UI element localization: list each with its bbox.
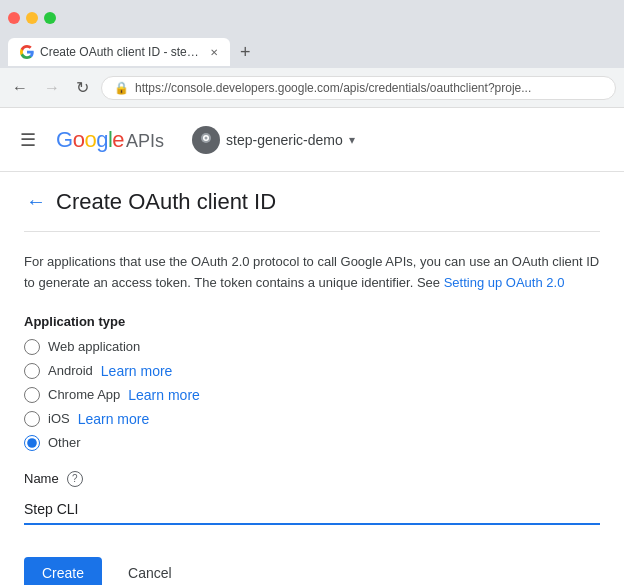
logo-g2: g xyxy=(96,127,108,152)
dropdown-icon: ▾ xyxy=(349,133,355,147)
android-learn-more-link[interactable]: Learn more xyxy=(101,363,173,379)
radio-chrome-app[interactable]: Chrome App Learn more xyxy=(24,387,600,403)
logo-o1: o xyxy=(73,127,85,152)
url-bar: ← → ↻ 🔒 https://console.developers.googl… xyxy=(0,68,624,108)
app-header: ☰ Google APIs step-generic-demo ▾ xyxy=(0,108,624,172)
project-name: step-generic-demo xyxy=(226,132,343,148)
tab-bar: Create OAuth client ID - step-d... ✕ + xyxy=(0,36,624,68)
ios-learn-more-link[interactable]: Learn more xyxy=(78,411,150,427)
application-type-group: Web application Android Learn more Chrom… xyxy=(24,339,600,451)
back-button[interactable]: ← xyxy=(24,188,48,215)
menu-button[interactable]: ☰ xyxy=(16,125,40,155)
page-title: Create OAuth client ID xyxy=(56,189,276,215)
back-arrow-icon: ← xyxy=(26,190,46,212)
url-input[interactable]: 🔒 https://console.developers.google.com/… xyxy=(101,76,616,100)
radio-chrome-label: Chrome App xyxy=(48,387,120,402)
project-selector[interactable]: step-generic-demo ▾ xyxy=(192,126,355,154)
lock-icon: 🔒 xyxy=(114,81,129,95)
cancel-button[interactable]: Cancel xyxy=(110,557,190,585)
back-nav-button[interactable]: ← xyxy=(8,77,32,99)
name-field-row: Name ? xyxy=(24,471,600,487)
maximize-button[interactable] xyxy=(44,12,56,24)
radio-android-input[interactable] xyxy=(24,363,40,379)
create-button[interactable]: Create xyxy=(24,557,102,585)
setting-link[interactable]: Setting up OAuth 2.0 xyxy=(444,275,565,290)
radio-other-label: Other xyxy=(48,435,81,450)
project-avatar-icon xyxy=(195,129,217,151)
chrome-learn-more-link[interactable]: Learn more xyxy=(128,387,200,403)
traffic-lights xyxy=(8,12,56,24)
refresh-button[interactable]: ↻ xyxy=(72,76,93,99)
google-logo: Google xyxy=(56,127,124,153)
radio-android[interactable]: Android Learn more xyxy=(24,363,600,379)
minimize-button[interactable] xyxy=(26,12,38,24)
tab-favicon xyxy=(20,45,34,59)
radio-web-input[interactable] xyxy=(24,339,40,355)
tab-close-icon[interactable]: ✕ xyxy=(210,47,218,58)
active-tab[interactable]: Create OAuth client ID - step-d... ✕ xyxy=(8,38,230,66)
radio-chrome-input[interactable] xyxy=(24,387,40,403)
name-input[interactable] xyxy=(24,495,600,525)
close-button[interactable] xyxy=(8,12,20,24)
app-type-label: Application type xyxy=(24,314,600,329)
new-tab-button[interactable]: + xyxy=(234,42,257,63)
button-row: Create Cancel xyxy=(24,557,600,585)
description-text: For applications that use the OAuth 2.0 … xyxy=(24,252,600,294)
logo-o2: o xyxy=(84,127,96,152)
radio-android-label: Android xyxy=(48,363,93,378)
name-label: Name xyxy=(24,471,59,486)
title-bar xyxy=(0,0,624,36)
help-icon[interactable]: ? xyxy=(67,471,83,487)
url-text: https://console.developers.google.com/ap… xyxy=(135,81,531,95)
radio-ios[interactable]: iOS Learn more xyxy=(24,411,600,427)
radio-ios-input[interactable] xyxy=(24,411,40,427)
radio-other-input[interactable] xyxy=(24,435,40,451)
page-content: ← Create OAuth client ID For application… xyxy=(0,172,624,585)
radio-web-label: Web application xyxy=(48,339,140,354)
apis-label: APIs xyxy=(126,131,164,152)
project-avatar xyxy=(192,126,220,154)
help-symbol: ? xyxy=(72,473,78,484)
tab-title: Create OAuth client ID - step-d... xyxy=(40,45,200,59)
radio-other[interactable]: Other xyxy=(24,435,600,451)
google-apis-logo: Google APIs xyxy=(56,127,164,153)
radio-ios-label: iOS xyxy=(48,411,70,426)
page-title-row: ← Create OAuth client ID xyxy=(24,172,600,232)
hamburger-icon: ☰ xyxy=(20,130,36,150)
radio-web-application[interactable]: Web application xyxy=(24,339,600,355)
forward-nav-button[interactable]: → xyxy=(40,77,64,99)
svg-point-2 xyxy=(205,136,208,139)
logo-g1: G xyxy=(56,127,73,152)
logo-e: e xyxy=(112,127,124,152)
